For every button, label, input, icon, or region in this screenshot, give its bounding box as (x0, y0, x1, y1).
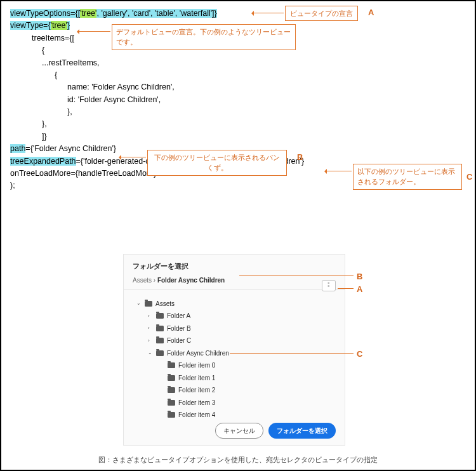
prop-viewtypeoptions: viewTypeOptions (10, 9, 70, 18)
tree-node-folder-c[interactable]: › Folder C (136, 335, 336, 347)
breadcrumb-current: Folder Async Children (157, 277, 225, 284)
tree-view: ⌄ Assets › Folder A › Folder B › Folder … (124, 290, 345, 421)
folder-icon (168, 400, 175, 406)
code-line-11: ]} (10, 131, 468, 143)
chevron-right-icon: › (148, 337, 153, 345)
prop-viewtype: viewType (10, 21, 43, 30)
breadcrumb-root[interactable]: Assets (133, 277, 152, 284)
folder-picker-dialog: フォルダーを選択 Assets › Folder Async Children … (123, 254, 345, 446)
callout-a: ビュータイプの宣言 (285, 6, 358, 21)
code-line-8: id: 'Folder Async Children', (10, 94, 468, 106)
value-tree: 'tree' (80, 9, 96, 18)
tree-node-item-1[interactable]: Folder item 1 (136, 372, 336, 385)
folder-icon (156, 350, 164, 356)
callout-c: 以下の例のツリービューに表示されるフォルダー。 (353, 164, 462, 190)
tree-node-item-3[interactable]: Folder item 3 (136, 397, 336, 409)
arrow-c (325, 171, 352, 171)
folder-icon (156, 326, 164, 331)
cancel-button[interactable]: キャンセル (215, 423, 263, 439)
arrow-a (252, 13, 284, 13)
code-line-6: { (10, 69, 468, 81)
select-folder-button[interactable]: フォルダーを選択 (268, 423, 336, 439)
letter-c2: C (357, 348, 362, 361)
callout-default: デフォルトビューの宣言。下の例のようなツリービューです。 (112, 24, 296, 50)
letter-c: C (466, 171, 472, 183)
chevron-right-icon: › (148, 312, 153, 320)
prop-path: path (10, 144, 25, 153)
arrow-default (77, 31, 110, 32)
folder-icon (168, 375, 175, 381)
code-line-5: ...restTreeItems, (10, 57, 468, 69)
callout-b: 下の例のツリービューに表示されるパンくず。 (147, 150, 287, 176)
dialog-footer: キャンセル フォルダーを選択 (215, 423, 336, 439)
folder-icon (168, 362, 175, 368)
tree-node-item-0[interactable]: Folder item 0 (136, 359, 336, 372)
arrow-b (119, 157, 146, 157)
folder-icon (168, 387, 175, 393)
chevron-down-icon: ⌄ (136, 300, 142, 307)
folder-icon (156, 338, 164, 343)
folder-icon (145, 301, 152, 307)
folder-icon (168, 412, 175, 418)
breadcrumb: Assets › Folder Async Children (124, 275, 345, 290)
dialog-title: フォルダーを選択 (124, 255, 345, 275)
leader-c (230, 353, 354, 354)
tree-node-folder-b[interactable]: › Folder B (136, 322, 336, 335)
leader-b (239, 275, 354, 276)
tree-node-folder-a[interactable]: › Folder A (136, 310, 336, 322)
code-line-10: }, (10, 118, 468, 130)
letter-a: A (368, 6, 374, 19)
tree-node-assets[interactable]: ⌄ Assets (136, 298, 336, 310)
figure-container: viewTypeOptions={['tree', 'gallery', 'ca… (0, 0, 476, 471)
leader-a (338, 288, 354, 289)
chevron-down-icon: ⌄ (148, 349, 153, 357)
folder-icon (156, 313, 164, 319)
prop-treeexpandedpath: treeExpandedPath (10, 157, 76, 166)
letter-b2: B (357, 270, 362, 283)
code-line-1: viewTypeOptions={['tree', 'gallery', 'ca… (10, 8, 468, 20)
tree-node-item-4[interactable]: Folder item 4 (136, 409, 336, 421)
figure-caption: 図：さまざまなビュータイプオプションを使用した、宛先セレクタのビュータイプの指定 (1, 454, 475, 465)
letter-a2: A (357, 283, 362, 296)
letter-b: B (297, 151, 303, 164)
code-line-7: name: 'Folder Async Children', (10, 81, 468, 93)
viewtype-switcher-button[interactable]: ≡≡ (322, 280, 336, 291)
chevron-right-icon: › (148, 324, 153, 332)
tree-node-item-2[interactable]: Folder item 2 (136, 384, 336, 397)
code-line-9: }, (10, 106, 468, 118)
